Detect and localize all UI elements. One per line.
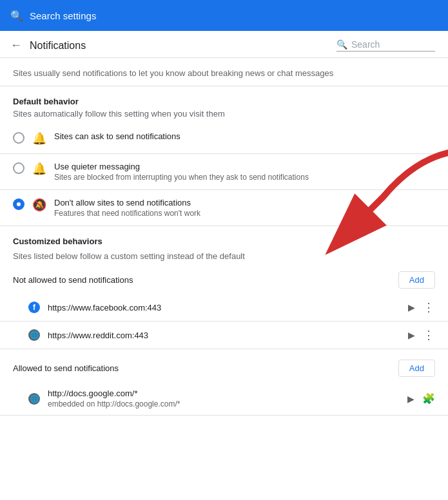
globe-icon-docs: 🌐 [28,393,40,405]
site-item-reddit: 🌐 https://www.reddit.com:443 ▶ ⋮ [0,322,448,349]
bell-icon-quieter: 🔔 [32,162,46,176]
customized-title: Customized behaviors [13,236,435,246]
globe-icon-reddit: 🌐 [28,329,40,341]
topbar-search-icon: 🔍 [10,10,23,22]
radio-btn-block[interactable] [13,198,24,210]
bell-slash-icon: 🔕 [32,198,46,212]
search-input[interactable] [351,39,435,50]
puzzle-icon[interactable]: 🧩 [422,392,435,405]
site-item-docs: 🌐 http://docs.google.com/* embedded on h… [0,382,448,416]
radio-btn-quieter[interactable] [13,162,24,174]
top-bar: 🔍 Search settings [0,0,448,31]
radio-label-block: Don't allow sites to send notifications … [54,198,200,218]
more-reddit-icon[interactable]: ⋮ [423,328,435,342]
facebook-icon: f [28,302,40,313]
expand-docs-icon[interactable]: ▶ [407,394,414,404]
expand-reddit-icon[interactable]: ▶ [408,330,415,340]
back-button[interactable]: ← [10,39,22,52]
radio-option-block[interactable]: 🔕 Don't allow sites to send notification… [0,190,448,226]
header-search-icon: 🔍 [336,39,347,50]
page-title: Notifications [30,40,86,52]
docs-sublabel: embedded on http://docs.google.com/* [48,399,407,409]
site-item-facebook: f https://www.facebook.com:443 ▶ ⋮ [0,294,448,322]
add-allowed-button[interactable]: Add [398,360,435,377]
allowed-header: Allowed to send notifications Add [0,349,448,382]
header-left: ← Notifications [10,39,86,52]
allowed-label: Allowed to send notifications [13,363,119,373]
customized-desc: Sites listed below follow a custom setti… [0,249,448,261]
add-not-allowed-button[interactable]: Add [398,271,435,289]
not-allowed-label: Not allowed to send notifications [13,275,133,285]
facebook-url: https://www.facebook.com:443 [48,303,408,312]
reddit-url: https://www.reddit.com:443 [48,331,408,340]
radio-label-quieter: Use quieter messaging Sites are blocked … [54,162,309,182]
more-facebook-icon[interactable]: ⋮ [423,300,435,314]
customized-behaviors-section: Customized behaviors [0,226,448,249]
bell-icon-ask: 🔔 [32,131,46,146]
page-description: Sites usually send notifications to let … [0,58,448,86]
page-header: ← Notifications 🔍 [0,31,448,58]
header-search[interactable]: 🔍 [336,39,435,52]
radio-label-ask: Sites can ask to send notifications [54,131,180,141]
topbar-search-text: Search settings [30,10,96,21]
radio-option-ask[interactable]: 🔔 Sites can ask to send notifications [0,124,448,154]
default-behavior-desc: Sites automatically follow this setting … [0,109,448,124]
default-behavior-title: Default behavior [0,86,448,109]
radio-btn-ask[interactable] [13,132,24,144]
expand-facebook-icon[interactable]: ▶ [408,302,415,312]
docs-url: http://docs.google.com/* [48,389,407,398]
radio-option-quieter[interactable]: 🔔 Use quieter messaging Sites are blocke… [0,154,448,190]
docs-url-group: http://docs.google.com/* embedded on htt… [48,389,407,409]
not-allowed-header: Not allowed to send notifications Add [0,261,448,294]
